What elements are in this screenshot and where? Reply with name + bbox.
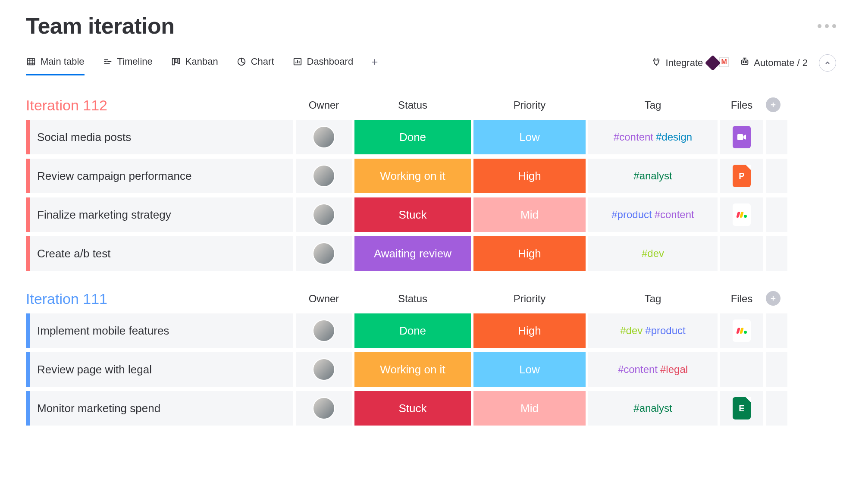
column-header-tag[interactable]: Tag (588, 99, 718, 114)
priority-cell[interactable]: High (473, 159, 586, 193)
task-name-cell[interactable]: Implement mobile features (26, 313, 293, 348)
more-options-button[interactable] (818, 24, 836, 28)
status-cell[interactable]: Done (354, 313, 471, 348)
tag-cell[interactable]: #content#design (588, 120, 718, 154)
add-column-button[interactable] (766, 291, 781, 306)
tag[interactable]: #product (611, 209, 652, 221)
table-row[interactable]: Review page with legalWorking on itLow#c… (26, 352, 836, 387)
table-row[interactable]: Social media postsDoneLow#content#design (26, 120, 836, 154)
priority-cell[interactable]: Mid (473, 391, 586, 426)
view-tab-timeline[interactable]: Timeline (103, 56, 153, 75)
avatar (313, 358, 335, 381)
avatar (313, 397, 335, 419)
integrate-button[interactable]: Integrate M (652, 57, 729, 69)
table-row[interactable]: Monitor marketing spendStuckMid#analystE (26, 391, 836, 426)
tag[interactable]: #legal (660, 363, 688, 376)
column-header-status[interactable]: Status (354, 293, 471, 307)
tag-cell[interactable]: #dev (588, 236, 718, 271)
status-cell[interactable]: Working on it (354, 352, 471, 387)
owner-cell[interactable] (296, 313, 352, 348)
tag-cell[interactable]: #analyst (588, 159, 718, 193)
tag[interactable]: #dev (620, 325, 643, 337)
tag-cell[interactable]: #dev#product (588, 313, 718, 348)
avatar (313, 126, 335, 148)
task-name-cell[interactable]: Review campaign performance (26, 159, 293, 193)
file-cell[interactable]: P (720, 159, 763, 193)
column-header-priority[interactable]: Priority (473, 293, 586, 307)
row-extra-cell (766, 197, 787, 232)
file-cell[interactable] (720, 120, 763, 154)
view-tab-main-table[interactable]: Main table (26, 56, 85, 75)
tag[interactable]: #content (614, 131, 653, 143)
tag-cell[interactable]: #analyst (588, 391, 718, 426)
table-row[interactable]: Create a/b testAwaiting reviewHigh#dev (26, 236, 836, 271)
column-header-tag[interactable]: Tag (588, 293, 718, 307)
video-icon (737, 134, 746, 140)
tag[interactable]: #analyst (633, 170, 672, 182)
priority-cell[interactable]: High (473, 236, 586, 271)
file-cell[interactable] (720, 236, 763, 271)
owner-cell[interactable] (296, 197, 352, 232)
owner-cell[interactable] (296, 159, 352, 193)
view-tab-chart[interactable]: Chart (236, 56, 274, 75)
column-header-status[interactable]: Status (354, 99, 471, 114)
owner-cell[interactable] (296, 391, 352, 426)
collapse-button[interactable] (819, 54, 836, 72)
group: Iteration 112OwnerStatusPriorityTagFiles… (26, 97, 836, 271)
priority-cell[interactable]: Low (473, 352, 586, 387)
group-title[interactable]: Iteration 111 (26, 291, 293, 307)
file-cell[interactable] (720, 352, 763, 387)
board-title[interactable]: Team iteration (26, 13, 175, 39)
file-cell[interactable]: E (720, 391, 763, 426)
task-name-cell[interactable]: Social media posts (26, 120, 293, 154)
view-tab-label: Chart (251, 56, 274, 67)
svg-rect-2 (175, 59, 177, 63)
tag[interactable]: #content (655, 209, 694, 221)
status-cell[interactable]: Stuck (354, 391, 471, 426)
task-name-cell[interactable]: Create a/b test (26, 236, 293, 271)
file-cell[interactable] (720, 197, 763, 232)
file-cell[interactable] (720, 313, 763, 348)
tag[interactable]: #dev (642, 247, 664, 260)
status-cell[interactable]: Done (354, 120, 471, 154)
table-row[interactable]: Review campaign performanceWorking on it… (26, 159, 836, 193)
priority-cell[interactable]: Mid (473, 197, 586, 232)
group-title[interactable]: Iteration 112 (26, 97, 293, 114)
owner-cell[interactable] (296, 120, 352, 154)
tag[interactable]: #design (656, 131, 692, 143)
task-name-cell[interactable]: Review page with legal (26, 352, 293, 387)
owner-cell[interactable] (296, 236, 352, 271)
task-name-cell[interactable]: Monitor marketing spend (26, 391, 293, 426)
column-header-files[interactable]: Files (720, 99, 763, 114)
table-row[interactable]: Finalize marketing strategyStuckMid#prod… (26, 197, 836, 232)
svg-rect-6 (742, 60, 748, 64)
tag[interactable]: #product (645, 325, 685, 337)
column-header-owner[interactable]: Owner (296, 99, 352, 114)
owner-cell[interactable] (296, 352, 352, 387)
priority-cell[interactable]: Low (473, 120, 586, 154)
column-header-priority[interactable]: Priority (473, 99, 586, 114)
priority-cell[interactable]: High (473, 313, 586, 348)
tag-cell[interactable]: #product#content (588, 197, 718, 232)
views-bar: Main tableTimelineKanbanChartDashboard+ … (26, 54, 836, 77)
status-cell[interactable]: Working on it (354, 159, 471, 193)
automate-label: Automate / 2 (754, 57, 808, 69)
view-tab-label: Timeline (117, 56, 153, 67)
tag-cell[interactable]: #content#legal (588, 352, 718, 387)
table-row[interactable]: Implement mobile featuresDoneHigh#dev#pr… (26, 313, 836, 348)
task-name-cell[interactable]: Finalize marketing strategy (26, 197, 293, 232)
robot-icon (740, 57, 749, 69)
status-cell[interactable]: Awaiting review (354, 236, 471, 271)
view-tab-kanban[interactable]: Kanban (171, 56, 218, 75)
tag[interactable]: #analyst (633, 402, 672, 414)
file-icon (733, 203, 751, 226)
add-view-button[interactable]: + (371, 55, 378, 76)
status-cell[interactable]: Stuck (354, 197, 471, 232)
column-header-owner[interactable]: Owner (296, 293, 352, 307)
automate-button[interactable]: Automate / 2 (740, 57, 808, 69)
column-header-files[interactable]: Files (720, 293, 763, 307)
row-extra-cell (766, 352, 787, 387)
add-column-button[interactable] (766, 97, 781, 112)
tag[interactable]: #content (618, 363, 658, 376)
view-tab-dashboard[interactable]: Dashboard (292, 56, 354, 75)
